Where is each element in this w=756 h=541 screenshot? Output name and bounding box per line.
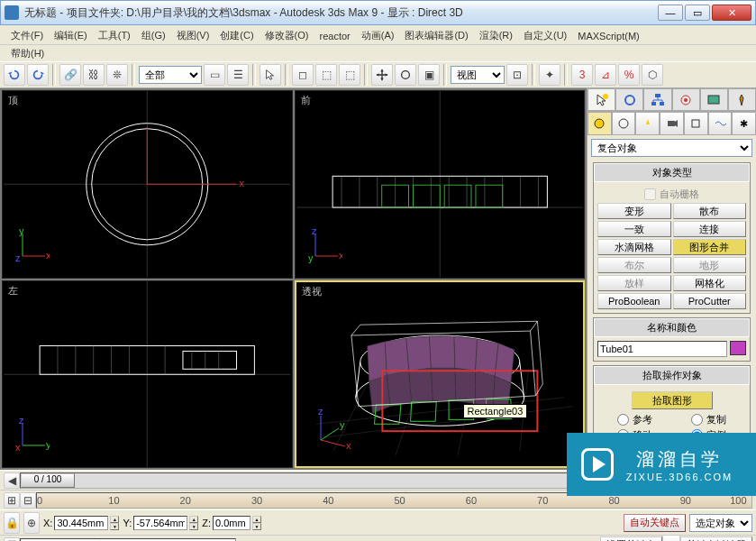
percent-snap-button[interactable]: % xyxy=(618,64,640,86)
window-crossing-button[interactable]: ⬚ xyxy=(315,64,337,86)
viewport-left[interactable]: 左 yzx xyxy=(2,280,293,469)
btn-mesher[interactable]: 网格化 xyxy=(673,275,747,291)
category-dropdown[interactable]: 复合对象 xyxy=(591,139,752,157)
setkey-button[interactable]: 设置关键点 xyxy=(600,536,662,542)
subtab-geometry[interactable] xyxy=(587,112,612,135)
radio-reference[interactable] xyxy=(617,414,629,426)
trackbar-toggle-icon[interactable]: ⊞ xyxy=(4,492,20,509)
menu-tools[interactable]: 工具(T) xyxy=(93,27,136,44)
snap-toggle-button[interactable]: 3 xyxy=(571,64,593,86)
menu-render[interactable]: 渲染(R) xyxy=(474,27,518,44)
undo-button[interactable] xyxy=(4,64,25,86)
window-title: 无标题 - 项目文件夹: D:\用户目录\我的文档\3dsmax - Autod… xyxy=(24,5,658,21)
object-name-input[interactable] xyxy=(597,341,727,357)
svg-rect-76 xyxy=(651,102,656,105)
bind-space-warp-button[interactable]: ❊ xyxy=(106,64,128,86)
btn-boolean[interactable]: 布尔 xyxy=(597,257,671,273)
close-button[interactable]: ✕ xyxy=(712,5,751,21)
autokey-button[interactable]: 自动关键点 xyxy=(624,514,686,532)
subtab-cameras[interactable] xyxy=(660,112,684,135)
menu-group[interactable]: 组(G) xyxy=(136,27,171,44)
tab-display[interactable] xyxy=(700,88,728,111)
x-coord-input[interactable] xyxy=(54,516,108,530)
select-object-button[interactable]: ▭ xyxy=(204,64,225,86)
time-slider-lock-icon[interactable]: ◀ xyxy=(4,472,20,489)
btn-conform[interactable]: 一致 xyxy=(597,221,671,237)
selection-filter-dropdown[interactable]: 全部 xyxy=(139,66,202,84)
x-spinner[interactable]: ▲▼ xyxy=(110,516,119,530)
menu-help[interactable]: 帮助(H) xyxy=(5,45,50,62)
menu-reactor[interactable]: reactor xyxy=(314,29,356,43)
rect-select-button[interactable]: ◻ xyxy=(292,64,314,86)
menu-maxscript[interactable]: MAXScript(M) xyxy=(572,29,644,43)
trackbar-key-icon[interactable]: ⊟ xyxy=(20,492,36,509)
minimize-button[interactable]: — xyxy=(658,5,683,21)
svg-rect-30 xyxy=(444,185,471,207)
tab-motion[interactable] xyxy=(672,88,700,111)
btn-terrain[interactable]: 地形 xyxy=(673,257,747,273)
rollout-pick-header[interactable]: 拾取操作对象 xyxy=(594,366,750,385)
btn-procutter[interactable]: ProCutter xyxy=(673,293,747,309)
keyfilter-button[interactable]: 关键点过滤器 xyxy=(680,536,752,542)
menu-edit[interactable]: 编辑(E) xyxy=(49,27,93,44)
scale-button[interactable]: ▣ xyxy=(418,64,440,86)
rollout-name-header[interactable]: 名称和颜色 xyxy=(594,318,750,337)
move-button[interactable] xyxy=(371,64,393,86)
btn-shapemerge[interactable]: 图形合并 xyxy=(673,239,747,255)
menu-customize[interactable]: 自定义(U) xyxy=(518,27,572,44)
svg-text:y: y xyxy=(340,419,345,430)
maximize-button[interactable]: ▭ xyxy=(685,5,710,21)
btn-morph[interactable]: 变形 xyxy=(597,203,671,219)
manipulate-button[interactable]: ✦ xyxy=(539,64,560,86)
object-color-swatch[interactable] xyxy=(730,341,746,355)
paint-select-button[interactable]: ⬚ xyxy=(339,64,360,86)
z-coord-input[interactable] xyxy=(213,516,250,530)
keyfilter-icon[interactable]: ∿ xyxy=(662,535,680,542)
tab-create[interactable] xyxy=(587,88,615,111)
script-listener-icon[interactable]: ☰ xyxy=(4,537,20,542)
btn-loft[interactable]: 放样 xyxy=(597,275,671,291)
tab-modify[interactable] xyxy=(615,88,643,111)
link-button[interactable]: 🔗 xyxy=(59,64,81,86)
menu-modifiers[interactable]: 修改器(O) xyxy=(260,27,314,44)
tab-hierarchy[interactable] xyxy=(643,88,671,111)
select-by-name-button[interactable]: ☰ xyxy=(227,64,249,86)
y-coord-input[interactable] xyxy=(133,516,187,530)
btn-connect[interactable]: 连接 xyxy=(673,221,747,237)
subtab-spacewarps[interactable] xyxy=(708,112,733,135)
subtab-lights[interactable] xyxy=(635,112,660,135)
y-spinner[interactable]: ▲▼ xyxy=(189,516,198,530)
btn-scatter[interactable]: 散布 xyxy=(673,203,747,219)
menu-graph[interactable]: 图表编辑器(D) xyxy=(399,27,473,44)
radio-copy[interactable] xyxy=(691,414,703,426)
rollout-object-type-header[interactable]: 对象类型 xyxy=(594,163,750,182)
subtab-helpers[interactable] xyxy=(684,112,708,135)
subtab-systems[interactable]: ✱ xyxy=(732,112,756,135)
rotate-button[interactable] xyxy=(395,64,416,86)
menu-file[interactable]: 文件(F) xyxy=(5,27,49,44)
unlink-button[interactable]: ⛓ xyxy=(83,64,105,86)
time-slider-thumb[interactable]: 0 / 100 xyxy=(21,473,75,488)
angle-snap-button[interactable]: ⊿ xyxy=(595,64,616,86)
lock-selection-icon[interactable]: 🔒 xyxy=(4,512,20,534)
svg-rect-77 xyxy=(660,102,664,105)
redo-button[interactable] xyxy=(27,64,49,86)
btn-blobmesh[interactable]: 水滴网格 xyxy=(597,239,671,255)
z-spinner[interactable]: ▲▼ xyxy=(252,516,261,530)
spinner-snap-button[interactable]: ⬡ xyxy=(642,64,663,86)
tab-utilities[interactable] xyxy=(728,88,756,111)
btn-pick-shape[interactable]: 拾取图形 xyxy=(632,391,713,409)
viewport-front[interactable]: 前 xzy xyxy=(295,90,586,279)
menu-animation[interactable]: 动画(A) xyxy=(356,27,400,44)
select-arrow-button[interactable] xyxy=(260,64,281,86)
menu-create[interactable]: 创建(C) xyxy=(214,27,259,44)
subtab-shapes[interactable] xyxy=(612,112,636,135)
btn-proboolean[interactable]: ProBoolean xyxy=(597,293,671,309)
viewport-perspective[interactable]: 透视 xyxy=(295,280,586,469)
abs-rel-icon[interactable]: ⊕ xyxy=(23,512,40,534)
keymode-dropdown[interactable]: 选定对象 xyxy=(689,514,752,532)
viewport-top[interactable]: 顶 x xyz xyxy=(2,90,293,279)
ref-coord-dropdown[interactable]: 视图 xyxy=(451,66,505,84)
menu-views[interactable]: 视图(V) xyxy=(171,27,215,44)
pivot-center-button[interactable]: ⊡ xyxy=(506,64,528,86)
